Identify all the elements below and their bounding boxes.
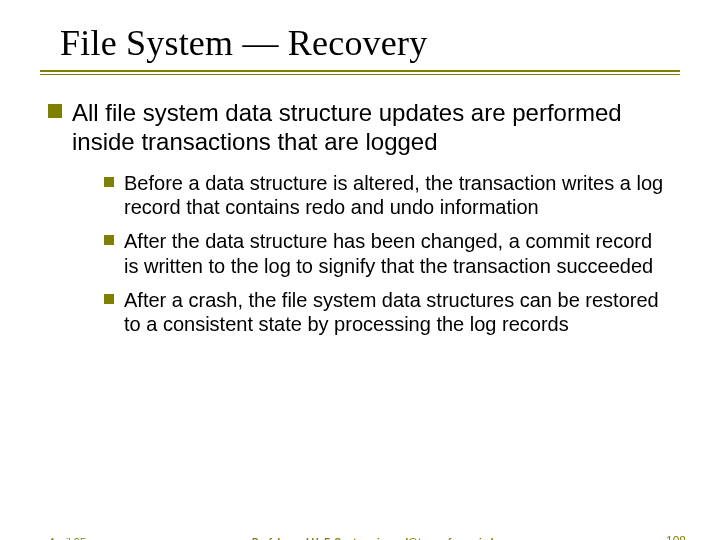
bullet-text: After the data structure has been change… bbox=[124, 229, 672, 278]
sub-bullets: Before a data structure is altered, the … bbox=[104, 171, 672, 337]
rule-thin bbox=[40, 74, 680, 75]
square-bullet-icon bbox=[48, 104, 62, 118]
slide-title: File System — Recovery bbox=[60, 22, 720, 64]
bullet-level2: Before a data structure is altered, the … bbox=[104, 171, 672, 220]
bullet-text: Before a data structure is altered, the … bbox=[124, 171, 672, 220]
bullet-text: All file system data structure updates a… bbox=[72, 98, 672, 157]
footer: April 05 Prof. Ismael H. F. Santos - ism… bbox=[0, 534, 720, 540]
footer-page-number: 108 bbox=[666, 534, 686, 540]
square-bullet-icon bbox=[104, 177, 114, 187]
rule-thick bbox=[40, 70, 680, 72]
footer-date: April 05 bbox=[48, 536, 85, 540]
slide: File System — Recovery All file system d… bbox=[0, 22, 720, 540]
content-area: All file system data structure updates a… bbox=[48, 98, 672, 337]
bullet-level2: After a crash, the file system data stru… bbox=[104, 288, 672, 337]
bullet-text: After a crash, the file system data stru… bbox=[124, 288, 672, 337]
bullet-level1: All file system data structure updates a… bbox=[48, 98, 672, 157]
square-bullet-icon bbox=[104, 294, 114, 304]
bullet-level2: After the data structure has been change… bbox=[104, 229, 672, 278]
title-rule bbox=[40, 70, 680, 74]
square-bullet-icon bbox=[104, 235, 114, 245]
